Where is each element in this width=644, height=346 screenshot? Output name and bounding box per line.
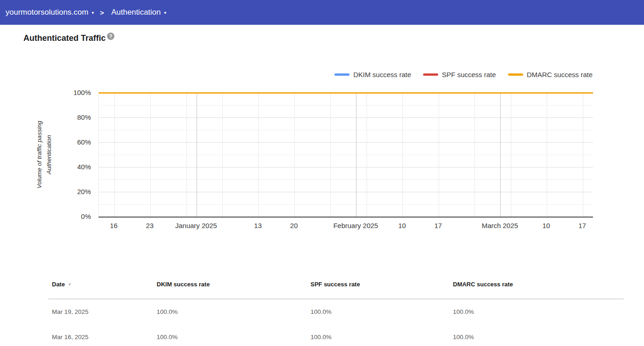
y-gridline bbox=[99, 192, 593, 192]
x-gridline bbox=[197, 93, 197, 217]
x-gridline bbox=[258, 93, 259, 217]
x-gridline bbox=[402, 93, 403, 217]
column-header-label: Date bbox=[52, 281, 65, 288]
section-selector-label: Authentication bbox=[111, 8, 161, 17]
page-title: Authenticated Traffic bbox=[23, 33, 106, 43]
x-tick-label: 20 bbox=[260, 222, 328, 229]
legend-item-dkim: DKIM success rate bbox=[334, 71, 411, 78]
y-gridline bbox=[99, 130, 593, 130]
column-header-date[interactable]: Date▼ bbox=[48, 281, 153, 299]
column-header-spf[interactable]: SPF success rate bbox=[307, 281, 449, 299]
domain-selector[interactable]: yourmotorsolutions.com ▾ bbox=[6, 8, 94, 17]
y-tick-label: 80% bbox=[54, 113, 91, 122]
section-selector[interactable]: Authentication ▾ bbox=[111, 8, 166, 17]
x-tick-label: 17 bbox=[548, 222, 617, 229]
x-gridline bbox=[500, 93, 501, 217]
chevron-down-icon: ▾ bbox=[91, 11, 94, 15]
x-gridline bbox=[547, 93, 547, 217]
cell-dmarc: 100.0% bbox=[449, 334, 624, 340]
auth-rates-table: Date▼ DKIM success rate SPF success rate… bbox=[48, 275, 624, 346]
column-header-label: DMARC success rate bbox=[453, 281, 513, 288]
column-header-dmarc[interactable]: DMARC success rate bbox=[449, 281, 624, 299]
legend-label: DMARC success rate bbox=[527, 71, 593, 78]
x-gridline bbox=[367, 93, 367, 217]
legend-swatch-spf bbox=[423, 73, 438, 76]
series-line bbox=[99, 92, 593, 94]
y-gridline bbox=[99, 105, 593, 106]
legend-item-dmarc: DMARC success rate bbox=[508, 71, 593, 78]
legend-item-spf: SPF success rate bbox=[423, 71, 496, 78]
chevron-down-icon: ▾ bbox=[164, 11, 166, 15]
y-tick-label: 0% bbox=[54, 212, 91, 221]
authenticated-traffic-chart: DKIM success rate SPF success rate DMARC… bbox=[0, 64, 644, 248]
y-tick-label: 20% bbox=[54, 187, 91, 196]
x-gridline bbox=[583, 93, 583, 217]
y-gridline bbox=[99, 167, 593, 167]
table-row: Mar 16, 2025 100.0% 100.0% 100.0% bbox=[48, 324, 624, 346]
y-axis-title-line2: Authentication bbox=[45, 135, 52, 174]
column-header-dkim[interactable]: DKIM success rate bbox=[153, 281, 307, 299]
cell-dkim: 100.0% bbox=[153, 308, 307, 315]
legend-swatch-dmarc bbox=[508, 73, 523, 76]
x-tick-label: January 2025 bbox=[162, 222, 231, 229]
domain-selector-label: yourmotorsolutions.com bbox=[6, 8, 88, 17]
cell-dkim: 100.0% bbox=[153, 334, 307, 340]
table-header-row: Date▼ DKIM success rate SPF success rate… bbox=[48, 275, 624, 299]
x-gridline bbox=[475, 93, 475, 217]
breadcrumb-separator-icon: > bbox=[100, 9, 104, 17]
y-tick-label: 60% bbox=[54, 138, 91, 147]
page-title-row: Authenticated Traffic ? bbox=[23, 33, 114, 43]
x-gridline bbox=[150, 93, 151, 217]
x-gridline bbox=[114, 93, 115, 217]
y-gridline bbox=[99, 179, 593, 180]
x-tick-label: 17 bbox=[404, 222, 473, 229]
legend-label: SPF success rate bbox=[442, 71, 496, 78]
cell-date: Mar 16, 2025 bbox=[48, 334, 153, 340]
x-gridline bbox=[294, 93, 295, 217]
plot-area bbox=[98, 93, 593, 218]
y-gridline bbox=[99, 204, 593, 205]
sort-desc-icon: ▼ bbox=[68, 282, 72, 287]
cell-spf: 100.0% bbox=[307, 308, 449, 315]
x-gridline bbox=[330, 93, 331, 217]
x-gridline bbox=[186, 93, 187, 217]
chart-legend: DKIM success rate SPF success rate DMARC… bbox=[0, 71, 593, 78]
help-icon[interactable]: ? bbox=[107, 33, 114, 40]
page: yourmotorsolutions.com ▾ > Authenticatio… bbox=[0, 0, 644, 346]
column-header-label: SPF success rate bbox=[311, 281, 360, 288]
column-header-label: DKIM success rate bbox=[157, 281, 210, 288]
y-axis-title: Volume of traffic passing Authentication bbox=[26, 93, 63, 217]
x-gridline bbox=[356, 93, 356, 217]
y-gridline bbox=[99, 155, 593, 155]
y-gridline bbox=[99, 117, 593, 118]
x-gridline bbox=[222, 93, 223, 217]
table-row: Mar 19, 2025 100.0% 100.0% 100.0% bbox=[48, 299, 624, 324]
legend-swatch-dkim bbox=[334, 73, 350, 76]
y-gridline bbox=[99, 142, 593, 143]
y-axis-title-line1: Volume of traffic passing bbox=[36, 121, 43, 188]
x-gridline bbox=[511, 93, 511, 217]
legend-label: DKIM success rate bbox=[353, 71, 411, 78]
cell-spf: 100.0% bbox=[307, 334, 449, 340]
cell-date: Mar 19, 2025 bbox=[48, 308, 153, 315]
y-axis-title-text: Volume of traffic passing Authentication bbox=[35, 86, 54, 223]
y-tick-label: 40% bbox=[54, 162, 91, 172]
cell-dmarc: 100.0% bbox=[449, 308, 624, 315]
y-tick-label: 100% bbox=[54, 88, 91, 97]
topbar: yourmotorsolutions.com ▾ > Authenticatio… bbox=[0, 0, 644, 25]
x-gridline bbox=[439, 93, 439, 217]
